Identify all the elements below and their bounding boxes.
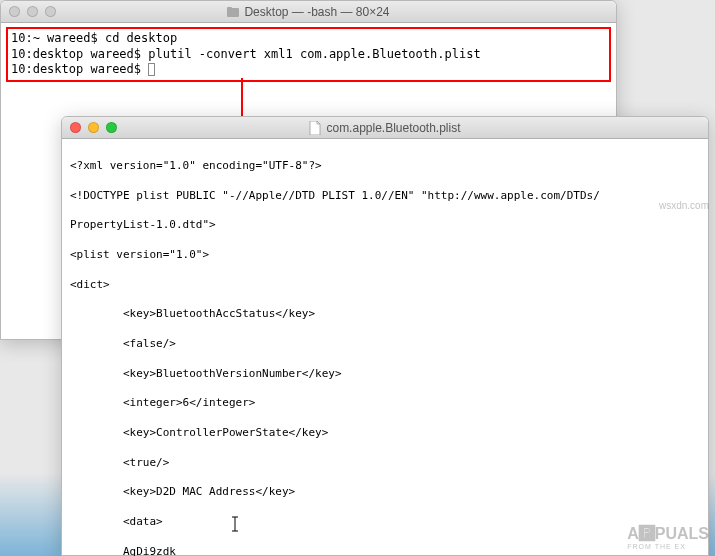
code-line: <true/>: [70, 456, 700, 471]
code-line: <data>: [70, 515, 700, 530]
code-line: <dict>: [70, 278, 700, 293]
editor-title: com.apple.Bluetooth.plist: [62, 121, 708, 135]
code-line: <key>BluetoothAccStatus</key>: [70, 307, 700, 322]
svg-rect-1: [227, 7, 232, 10]
terminal-cursor: [148, 63, 155, 76]
code-line: <false/>: [70, 337, 700, 352]
code-line: AgDi9zdk: [70, 545, 700, 556]
attribution-text: wsxdn.com: [659, 200, 709, 211]
terminal-titlebar: Desktop — -bash — 80×24: [1, 1, 616, 23]
document-icon: [309, 121, 321, 135]
terminal-line: 10:desktop wareed$ plutil -convert xml1 …: [11, 47, 606, 63]
terminal-content[interactable]: 10:~ wareed$ cd desktop 10:desktop waree…: [1, 23, 616, 86]
close-button[interactable]: [70, 122, 81, 133]
close-button[interactable]: [9, 6, 20, 17]
terminal-title: Desktop — -bash — 80×24: [1, 5, 616, 19]
annotation-highlight: 10:~ wareed$ cd desktop 10:desktop waree…: [6, 27, 611, 82]
code-line: <key>D2D MAC Address</key>: [70, 485, 700, 500]
minimize-button[interactable]: [88, 122, 99, 133]
code-line: <key>BluetoothVersionNumber</key>: [70, 367, 700, 382]
terminal-line: 10:~ wareed$ cd desktop: [11, 31, 606, 47]
svg-rect-0: [227, 8, 239, 17]
code-line: <integer>6</integer>: [70, 396, 700, 411]
minimize-button[interactable]: [27, 6, 38, 17]
editor-content[interactable]: <?xml version="1.0" encoding="UTF-8"?> <…: [62, 139, 708, 556]
maximize-button[interactable]: [45, 6, 56, 17]
folder-icon: [227, 5, 239, 19]
window-controls: [1, 6, 56, 17]
code-line: <?xml version="1.0" encoding="UTF-8"?>: [70, 159, 700, 174]
editor-titlebar: com.apple.Bluetooth.plist: [62, 117, 708, 139]
maximize-button[interactable]: [106, 122, 117, 133]
window-controls: [62, 122, 117, 133]
code-line: <!DOCTYPE plist PUBLIC "-//Apple//DTD PL…: [70, 189, 700, 204]
code-line: PropertyList-1.0.dtd">: [70, 218, 700, 233]
editor-window[interactable]: com.apple.Bluetooth.plist <?xml version=…: [61, 116, 709, 556]
terminal-line: 10:desktop wareed$: [11, 62, 606, 78]
code-line: <key>ControllerPowerState</key>: [70, 426, 700, 441]
spelling-squiggle: AgDi9zdk: [123, 545, 176, 556]
code-line: <plist version="1.0">: [70, 248, 700, 263]
watermark: A🅿PUALS FROM THE EX: [627, 525, 709, 550]
